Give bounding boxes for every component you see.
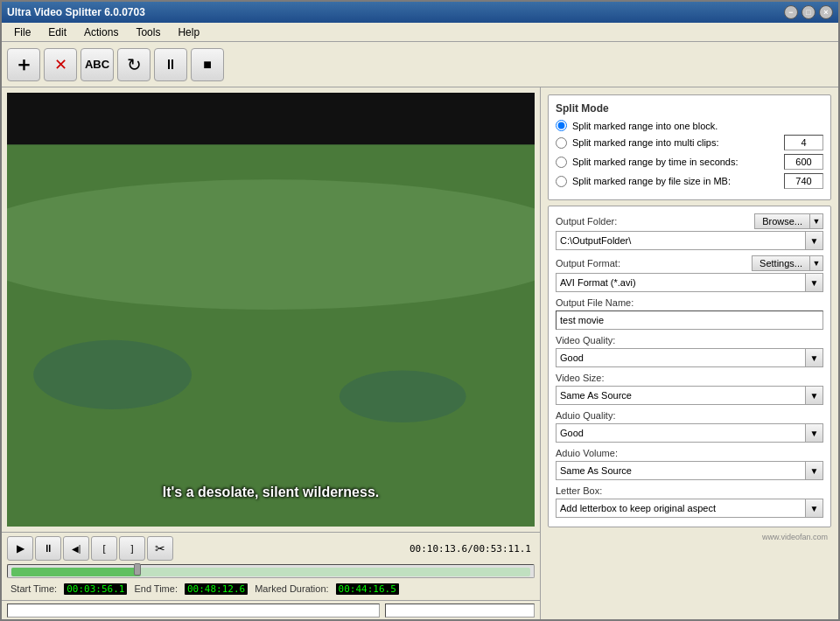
split-option-2: Split marked range by time in seconds: — [556, 154, 823, 170]
marked-duration-label: Marked Duration: — [255, 583, 328, 595]
svg-point-4 — [340, 370, 466, 422]
aquality-section: Aduio Quality: GoodBetterBest ▼ — [556, 410, 823, 443]
vsize-dropdown: Same As Source320x240640x480 ▼ — [556, 386, 823, 405]
progress-filled — [11, 568, 141, 576]
cancel-button[interactable]: ✕ — [44, 48, 77, 81]
vsize-section: Video Size: Same As Source320x240640x480… — [556, 373, 823, 405]
letterbox-section: Letter Box: Add letterbox to keep origin… — [556, 485, 823, 518]
split-button[interactable]: ✂ — [147, 536, 173, 561]
format-label: Output Format: — [556, 258, 634, 269]
split-value-1[interactable] — [784, 135, 823, 150]
split-radio-3[interactable] — [556, 176, 567, 187]
split-label-1: Split marked range into multi clips: — [572, 137, 779, 148]
refresh-button[interactable]: ↻ — [117, 48, 150, 81]
vsize-label: Video Size: — [556, 373, 823, 383]
filename-section: Output File Name: — [556, 297, 823, 330]
title-bar-buttons: − □ × — [784, 5, 833, 19]
vquality-arrow[interactable]: ▼ — [806, 348, 823, 367]
format-arrow[interactable]: ▼ — [806, 273, 823, 292]
minimize-button[interactable]: − — [784, 5, 798, 19]
avolume-arrow[interactable]: ▼ — [806, 461, 823, 480]
split-label-3: Split marked range by file size in MB: — [572, 176, 779, 186]
time-display: 00:10:13.6/00:53:11.1 — [410, 543, 535, 555]
letterbox-select[interactable]: Add letterbox to keep original aspectNon… — [556, 499, 806, 518]
browse-arrow[interactable]: ▼ — [809, 213, 823, 229]
aquality-arrow[interactable]: ▼ — [806, 423, 823, 443]
letterbox-arrow[interactable]: ▼ — [806, 499, 823, 518]
abc-button[interactable]: ABC — [80, 48, 114, 81]
svg-point-3 — [33, 340, 192, 409]
menu-tools[interactable]: Tools — [127, 24, 169, 40]
end-time-value: 00:48:12.6 — [185, 583, 248, 595]
toolbar: ＋ ✕ ABC ↻ ⏸ ■ — [2, 42, 838, 87]
format-dropdown: AVI Format (*.avi) ▼ — [556, 273, 823, 292]
close-button[interactable]: × — [819, 5, 833, 19]
split-label-2: Split marked range by time in seconds: — [572, 157, 779, 167]
pause-button[interactable]: ⏸ — [154, 48, 187, 81]
video-subtitle: It's a desolate, silent wilderness. — [7, 485, 535, 500]
watermark: www.videofan.com — [548, 533, 831, 541]
video-area: It's a desolate, silent wilderness. — [7, 93, 535, 527]
end-time-label: End Time: — [134, 583, 178, 595]
progress-track — [11, 568, 530, 576]
left-panel: It's a desolate, silent wilderness. ▶ ⏸ … — [2, 87, 541, 619]
main-window: Ultra Video Splitter 6.0.0703 − □ × File… — [0, 0, 840, 621]
folder-label: Output Folder: — [556, 216, 634, 227]
avolume-dropdown: Same As Source50%75%100% ▼ — [556, 461, 823, 480]
split-option-3: Split marked range by file size in MB: — [556, 173, 823, 189]
split-value-2[interactable] — [784, 154, 823, 170]
browse-button[interactable]: Browse... — [754, 213, 809, 229]
split-radio-0[interactable] — [556, 120, 567, 131]
folder-arrow[interactable]: ▼ — [806, 231, 823, 250]
vquality-select[interactable]: GoodBetterBest — [556, 348, 806, 367]
letterbox-label: Letter Box: — [556, 485, 823, 496]
maximize-button[interactable]: □ — [802, 5, 816, 19]
status-input2[interactable] — [385, 604, 535, 618]
stop-button[interactable]: ■ — [191, 48, 224, 81]
progress-thumb[interactable] — [134, 563, 141, 576]
split-radio-1[interactable] — [556, 137, 567, 149]
avolume-select[interactable]: Same As Source50%75%100% — [556, 461, 806, 480]
letterbox-dropdown: Add letterbox to keep original aspectNon… — [556, 499, 823, 518]
menu-edit[interactable]: Edit — [39, 24, 75, 40]
folder-row: Output Folder: Browse... ▼ — [556, 213, 823, 229]
add-button[interactable]: ＋ — [7, 48, 40, 81]
menu-help[interactable]: Help — [169, 24, 208, 40]
filename-input[interactable] — [556, 310, 823, 330]
progress-bar[interactable] — [7, 564, 535, 578]
right-panel: Split Mode Split marked range into one b… — [541, 87, 838, 619]
output-section: Output Folder: Browse... ▼ C:\OutputFold… — [548, 206, 831, 527]
menu-bar: File Edit Actions Tools Help — [2, 23, 838, 42]
prev-frame-button[interactable]: ◀| — [63, 536, 89, 561]
marked-duration-value: 00:44:16.5 — [336, 583, 399, 595]
video-frame: It's a desolate, silent wilderness. — [7, 93, 535, 527]
split-option-0: Split marked range into one block. — [556, 120, 823, 131]
filename-label: Output File Name: — [556, 297, 823, 308]
play-button[interactable]: ▶ — [7, 536, 33, 561]
playback-controls: ▶ ⏸ ◀| [ ] ✂ 00:10:13.6/00:53:11.1 — [2, 532, 540, 600]
settings-arrow[interactable]: ▼ — [809, 255, 823, 271]
folder-dropdown: C:\OutputFolder\ ▼ — [556, 231, 823, 250]
status-bar — [2, 600, 540, 619]
vsize-arrow[interactable]: ▼ — [806, 386, 823, 405]
split-value-3[interactable] — [784, 173, 823, 189]
split-radio-2[interactable] — [556, 157, 567, 168]
settings-button[interactable]: Settings... — [752, 255, 809, 271]
svg-rect-0 — [7, 93, 535, 145]
folder-select[interactable]: C:\OutputFolder\ — [556, 231, 806, 250]
vquality-label: Video Quality: — [556, 335, 823, 345]
mark-out-button[interactable]: ] — [119, 536, 145, 561]
menu-actions[interactable]: Actions — [75, 24, 127, 40]
format-select[interactable]: AVI Format (*.avi) — [556, 273, 806, 292]
format-row: Output Format: Settings... ▼ — [556, 255, 823, 271]
svg-point-2 — [7, 179, 535, 310]
vsize-select[interactable]: Same As Source320x240640x480 — [556, 386, 806, 405]
aquality-select[interactable]: GoodBetterBest — [556, 423, 806, 443]
menu-file[interactable]: File — [5, 24, 39, 40]
status-input[interactable] — [7, 604, 380, 618]
pause-btn[interactable]: ⏸ — [35, 536, 61, 561]
mark-in-button[interactable]: [ — [91, 536, 117, 561]
vquality-section: Video Quality: GoodBetterBest ▼ — [556, 335, 823, 367]
aquality-label: Aduio Quality: — [556, 410, 823, 421]
aquality-dropdown: GoodBetterBest ▼ — [556, 423, 823, 443]
